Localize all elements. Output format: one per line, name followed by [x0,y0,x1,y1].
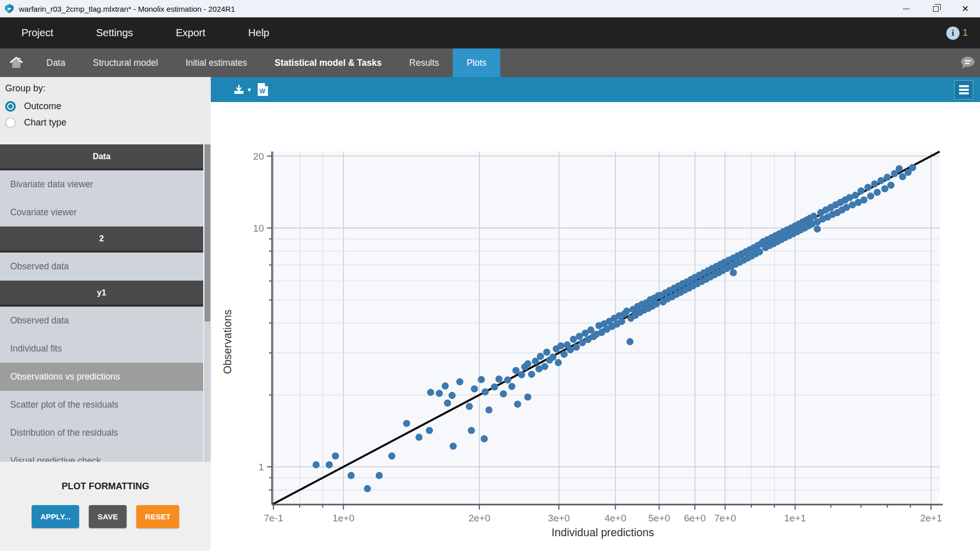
data-point [403,420,410,427]
close-icon[interactable]: ✕ [950,0,980,17]
sidebar-item-observations-vs-predictions[interactable]: Observations vs predictions [0,363,203,391]
save-button[interactable]: SAVE [89,505,127,528]
sidebar-item-observed-data[interactable]: Observed data [0,253,203,281]
data-point [364,485,371,492]
data-point [508,383,516,390]
data-point [730,269,737,276]
info-count-badge: 1 [963,28,968,38]
menu-export[interactable]: Export [155,17,227,48]
data-point [909,164,916,171]
sidebar-section-header-y1: y1 [0,281,203,307]
x-tick-label: 2e+1 [920,513,942,523]
y-tick-label: 20 [253,151,264,162]
x-tick-label: 1e+0 [332,513,354,523]
radio-unselected-icon [5,117,16,128]
tab-initial-estimates[interactable]: Initial estimates [172,48,261,77]
svg-text:W: W [259,88,265,95]
monolix-logo-icon [4,4,14,14]
reset-button[interactable]: RESET [136,505,179,528]
sidebar-section-header-2: 2 [0,227,203,253]
data-point [376,472,383,479]
y-tick-label: 1 [258,462,264,472]
menu-help[interactable]: Help [227,17,290,48]
data-point [618,318,625,325]
data-point [415,434,423,441]
menu-settings[interactable]: Settings [75,17,154,48]
y-tick-label: 10 [253,223,264,234]
data-point [427,389,434,396]
data-point [491,383,498,390]
word-export-icon[interactable]: W [257,83,268,96]
x-axis-title: Individual predictions [552,527,654,539]
sidebar-item-scatter-plot-of-the-residuals[interactable]: Scatter plot of the residuals [0,391,203,419]
data-point [504,377,511,384]
x-tick-label: 7e+0 [714,513,736,523]
tab-home[interactable] [0,48,33,77]
sidebar: Group by: Outcome Chart type DataBivaria… [0,77,211,551]
data-point [326,461,333,468]
restore-icon[interactable] [921,0,950,17]
data-point [896,165,903,172]
data-point [814,226,821,233]
data-point [623,308,630,315]
apply-button[interactable]: APPLY... [32,505,79,528]
radio-outcome[interactable]: Outcome [5,98,211,114]
sidebar-section-header-data: Data [0,144,203,170]
sidebar-item-bivariate-data-viewer[interactable]: Bivariate data viewer [0,170,203,198]
data-point [478,376,485,383]
menu-project[interactable]: Project [0,17,75,48]
menubar-right: i 1 [946,17,968,48]
data-point [557,342,565,349]
group-by-panel: Group by: Outcome Chart type [0,77,211,144]
tab-structural-model[interactable]: Structural model [79,48,172,77]
plot-toolbar: ▼ W [211,77,980,102]
data-point [485,407,493,414]
minimize-icon[interactable] [891,0,921,17]
data-point [348,472,355,479]
data-point [332,453,339,460]
menu-bar: Project Settings Export Help i 1 [0,17,980,48]
group-by-label: Group by: [5,83,211,94]
tab-plots[interactable]: Plots [453,48,500,77]
data-point [874,189,881,196]
data-point [496,375,503,383]
x-tick-label: 5e+0 [648,513,670,523]
sidebar-item-observed-data[interactable]: Observed data [0,307,203,335]
data-point [541,363,548,370]
data-point [867,192,874,199]
radio-chart-type[interactable]: Chart type [5,114,211,131]
observations-vs-predictions-plot[interactable]: 7e-11e+02e+03e+04e+05e+06e+07e+01e+12e+1… [211,102,980,551]
data-point [573,343,580,350]
data-point [626,338,633,345]
x-tick-label: 3e+0 [548,513,570,523]
hamburger-menu-icon[interactable] [954,80,973,99]
chat-bubble-icon[interactable] [959,55,976,70]
data-point [537,353,544,360]
data-point [887,182,894,189]
tab-data[interactable]: Data [33,48,79,77]
tab-statistical-model-tasks[interactable]: Statistical model & Tasks [261,48,396,77]
data-point [877,177,885,184]
download-button[interactable]: ▼ [233,85,252,95]
data-point [899,173,906,180]
x-tick-label: 7e-1 [264,513,283,523]
data-point [388,453,396,460]
data-point [436,390,443,397]
sidebar-item-covariate-viewer[interactable]: Covariate viewer [0,198,203,227]
sidebar-item-visual-predictive-check[interactable]: Visual predictive check [0,447,203,462]
sidebar-item-individual-fits[interactable]: Individual fits [0,335,203,363]
data-point [481,435,488,442]
x-tick-label: 1e+1 [784,513,806,523]
info-circle-icon[interactable]: i [946,27,960,40]
plot-list: DataBivariate data viewerCovariate viewe… [0,144,211,462]
sidebar-scrollbar [204,144,211,462]
data-point [543,348,550,356]
data-point [756,248,763,256]
data-point [514,400,521,408]
sidebar-item-distribution-of-the-residuals[interactable]: Distribution of the residuals [0,419,203,447]
plot-formatting-buttons: APPLY... SAVE RESET [0,505,211,528]
data-point [871,180,878,187]
home-icon [10,57,23,69]
tab-results[interactable]: Results [396,48,453,77]
sidebar-scrollbar-thumb[interactable] [205,144,210,321]
